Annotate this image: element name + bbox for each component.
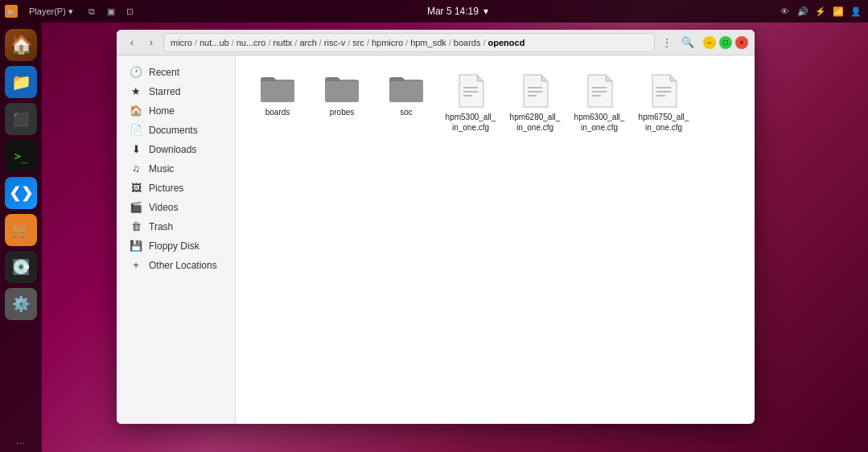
breadcrumb-part-9: hpm_sdk xyxy=(410,38,446,47)
dock-software[interactable]: 🛒 xyxy=(5,214,37,246)
sidebar-item-starred[interactable]: ★ Starred xyxy=(120,82,232,101)
file-item-hpm6280[interactable]: hpm6280_all_in_one.cfg xyxy=(506,68,564,138)
breadcrumb-part-5: arch xyxy=(299,38,316,47)
sidebar-item-pictures[interactable]: 🖼 Pictures xyxy=(120,179,232,197)
nav-forward-button[interactable]: › xyxy=(142,34,160,51)
dock: 🏠 Files 📁 ⬛ >_ ❮❯ 🛒 💽 ⚙️ ... xyxy=(0,23,42,452)
breadcrumb-part-7: src xyxy=(352,38,364,47)
other-locations-icon: + xyxy=(130,259,142,271)
downloads-icon: ⬇ xyxy=(130,143,142,155)
sidebar-label-recent: Recent xyxy=(149,67,179,78)
title-bar: ‹ › micro / nut...ub / nu...cro / nuttx … xyxy=(117,30,755,55)
nav-back-button[interactable]: ‹ xyxy=(123,34,141,51)
dock-home[interactable]: 🏠 Files xyxy=(5,29,37,61)
sidebar-label-starred: Starred xyxy=(149,86,180,97)
menu-button[interactable]: ⋮ xyxy=(658,34,676,51)
breadcrumb-part-3: nu...cro xyxy=(237,38,266,47)
top-bar-center: Mar 5 14:19 ▾ xyxy=(427,6,488,17)
file-item-hpm6300[interactable]: hpm6300_all_in_one.cfg xyxy=(570,68,628,138)
dock-terminal[interactable]: ⬛ xyxy=(5,103,37,135)
player-icon[interactable]: ▶ xyxy=(5,5,18,18)
hpm6280-cfg-icon xyxy=(520,73,549,109)
top-bar: ▶ Player(P) ▾ ⧉ ▣ ⊡ Mar 5 14:19 ▾ 👁 🔊 ⚡ … xyxy=(0,0,868,23)
hpm5300-cfg-icon xyxy=(456,73,485,109)
dock-drive[interactable]: 💽 xyxy=(5,251,37,283)
dock-files[interactable]: 📁 xyxy=(5,66,37,98)
sidebar-label-downloads: Downloads xyxy=(149,144,196,155)
breadcrumb-part-4: nuttx xyxy=(273,38,292,47)
sidebar: 🕐 Recent ★ Starred 🏠 Home 📄 Documents ⬇ … xyxy=(117,55,236,424)
sidebar-label-floppy: Floppy Disk xyxy=(149,240,200,252)
sys-icon4[interactable]: 📶 xyxy=(831,4,845,18)
probes-label: probes xyxy=(330,107,355,117)
main-content: 🕐 Recent ★ Starred 🏠 Home 📄 Documents ⬇ … xyxy=(117,55,755,424)
file-manager-window: ‹ › micro / nut...ub / nu...cro / nuttx … xyxy=(117,30,755,424)
hpm6750-label: hpm6750_all_in_one.cfg xyxy=(638,112,689,133)
top-bar-left: ▶ Player(P) ▾ ⧉ ▣ ⊡ xyxy=(0,4,138,18)
breadcrumb-part-8: hpmicro xyxy=(372,38,403,47)
videos-icon: 🎬 xyxy=(130,201,142,213)
file-item-probes[interactable]: probes xyxy=(313,68,371,138)
file-item-boards[interactable]: boards xyxy=(249,68,306,138)
tb-icon1[interactable]: ⧉ xyxy=(84,4,99,18)
sidebar-label-pictures: Pictures xyxy=(149,183,183,194)
soc-folder-icon xyxy=(389,73,424,104)
file-area: boards probes xyxy=(236,55,755,424)
tb-icon3[interactable]: ⊡ xyxy=(123,4,138,18)
sidebar-item-trash[interactable]: 🗑 Trash xyxy=(120,217,232,236)
dock-vscode[interactable]: ❮❯ xyxy=(5,177,37,209)
soc-label: soc xyxy=(400,107,413,117)
pictures-icon: 🖼 xyxy=(130,182,142,194)
dock-dots: ... xyxy=(16,437,25,446)
sidebar-item-downloads[interactable]: ⬇ Downloads xyxy=(120,140,232,158)
breadcrumb-current: openocd xyxy=(488,38,525,47)
hpm6750-cfg-icon xyxy=(649,73,678,109)
home-icon: 🏠 xyxy=(130,105,142,117)
sidebar-item-home[interactable]: 🏠 Home xyxy=(120,101,232,120)
sidebar-label-home: Home xyxy=(149,105,175,117)
file-item-soc[interactable]: soc xyxy=(377,68,435,138)
sidebar-label-music: Music xyxy=(149,163,174,175)
sidebar-item-music[interactable]: ♫ Music xyxy=(120,159,232,178)
tb-icon2[interactable]: ▣ xyxy=(104,4,118,18)
svg-rect-4 xyxy=(325,81,359,102)
breadcrumb-part-10: boards xyxy=(454,38,481,47)
dock-settings[interactable]: ⚙️ xyxy=(5,288,37,320)
sys-icon2[interactable]: 🔊 xyxy=(796,4,810,18)
sidebar-item-floppy[interactable]: 💾 Floppy Disk xyxy=(120,236,232,255)
sidebar-item-recent[interactable]: 🕐 Recent xyxy=(120,63,232,81)
nav-buttons: ‹ › xyxy=(123,34,160,51)
minimize-button[interactable]: − xyxy=(703,36,716,49)
documents-icon: 📄 xyxy=(130,124,142,136)
sidebar-item-other-locations[interactable]: + Other Locations xyxy=(120,256,232,274)
sidebar-label-documents: Documents xyxy=(149,125,198,136)
sys-icon5[interactable]: 👤 xyxy=(849,4,863,18)
dt-icon: ▾ xyxy=(483,6,488,17)
breadcrumb-part-1: micro xyxy=(171,38,192,47)
svg-rect-6 xyxy=(389,81,423,102)
close-button[interactable]: × xyxy=(735,36,748,49)
sys-icon3[interactable]: ⚡ xyxy=(813,4,828,18)
sidebar-label-trash: Trash xyxy=(149,221,173,232)
sidebar-label-videos: Videos xyxy=(149,202,178,213)
file-item-hpm5300[interactable]: hpm5300_all_in_one.cfg xyxy=(442,68,500,138)
hpm6300-cfg-icon xyxy=(585,73,614,109)
file-item-hpm6750[interactable]: hpm6750_all_in_one.cfg xyxy=(635,68,693,138)
hpm6300-label: hpm6300_all_in_one.cfg xyxy=(574,112,625,133)
maximize-button[interactable]: □ xyxy=(719,36,732,49)
hpm5300-label: hpm5300_all_in_one.cfg xyxy=(445,112,496,133)
breadcrumb-part-6: risc-v xyxy=(324,38,345,47)
hpm6280-label: hpm6280_all_in_one.cfg xyxy=(509,112,561,133)
app-label[interactable]: Player(P) ▾ xyxy=(23,6,80,17)
window-controls: − □ × xyxy=(703,36,748,49)
starred-icon: ★ xyxy=(130,85,142,97)
dock-terminal2[interactable]: >_ xyxy=(5,140,37,172)
sidebar-item-documents[interactable]: 📄 Documents xyxy=(120,121,232,139)
title-bar-actions: ⋮ 🔍 xyxy=(658,34,697,51)
breadcrumb[interactable]: micro / nut...ub / nu...cro / nuttx / ar… xyxy=(163,33,655,52)
search-button[interactable]: 🔍 xyxy=(679,34,697,51)
sys-icon1[interactable]: 👁 xyxy=(778,4,792,18)
sidebar-item-videos[interactable]: 🎬 Videos xyxy=(120,198,232,216)
music-icon: ♫ xyxy=(130,162,142,175)
breadcrumb-part-2: nut...ub xyxy=(200,38,229,47)
